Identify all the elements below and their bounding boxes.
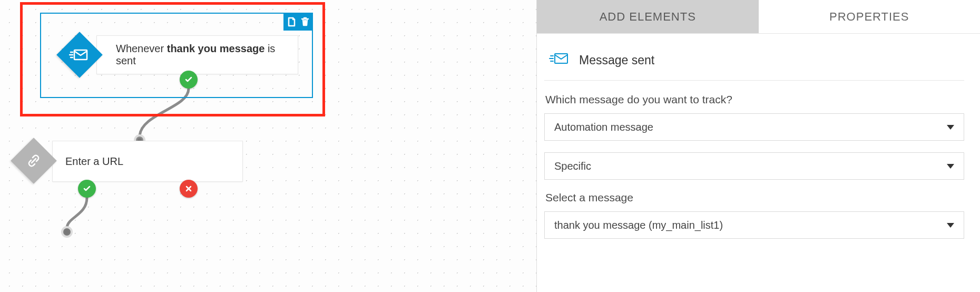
select-message-label: Select a message bbox=[544, 191, 964, 204]
trigger-node[interactable]: Whenever thank you message is sent bbox=[57, 35, 298, 74]
url-fail-port[interactable] bbox=[180, 180, 198, 198]
tab-properties[interactable]: PROPERTIES bbox=[759, 0, 981, 33]
url-node-label: Enter a URL bbox=[65, 155, 123, 168]
link-icon bbox=[11, 138, 56, 183]
node-toolbar bbox=[283, 13, 313, 31]
scope-select[interactable]: Specific bbox=[544, 152, 964, 180]
message-type-value: Automation message bbox=[554, 121, 653, 133]
url-node[interactable]: Enter a URL bbox=[14, 141, 243, 182]
duplicate-node-button[interactable] bbox=[287, 16, 296, 27]
chevron-down-icon bbox=[947, 164, 954, 169]
section-title: Message sent bbox=[579, 53, 654, 67]
url-success-port[interactable] bbox=[78, 180, 96, 198]
message-type-select[interactable]: Automation message bbox=[544, 113, 964, 141]
panel-tabs: ADD ELEMENTS PROPERTIES bbox=[537, 0, 980, 34]
url-card[interactable]: Enter a URL bbox=[52, 141, 243, 182]
chevron-down-icon bbox=[947, 223, 954, 228]
tab-add-elements[interactable]: ADD ELEMENTS bbox=[537, 0, 759, 33]
right-panel: ADD ELEMENTS PROPERTIES Message sent Whi… bbox=[537, 0, 980, 292]
message-sent-icon bbox=[548, 52, 570, 69]
message-value: thank you message (my_main_list1) bbox=[554, 219, 723, 231]
message-select[interactable]: thank you message (my_main_list1) bbox=[544, 211, 964, 239]
scope-value: Specific bbox=[554, 160, 591, 172]
section-header: Message sent bbox=[544, 52, 964, 81]
automation-canvas[interactable]: Whenever thank you message is sent Enter… bbox=[0, 0, 537, 292]
message-sent-icon bbox=[57, 32, 102, 77]
chevron-down-icon bbox=[947, 125, 954, 130]
trigger-success-port[interactable] bbox=[180, 71, 198, 89]
trigger-text: Whenever thank you message is sent bbox=[116, 43, 298, 67]
trigger-card[interactable]: Whenever thank you message is sent bbox=[96, 35, 298, 74]
delete-node-button[interactable] bbox=[300, 16, 310, 27]
panel-body: Message sent Which message do you want t… bbox=[537, 34, 980, 292]
connector-port[interactable] bbox=[61, 226, 73, 238]
track-question-label: Which message do you want to track? bbox=[544, 93, 964, 106]
